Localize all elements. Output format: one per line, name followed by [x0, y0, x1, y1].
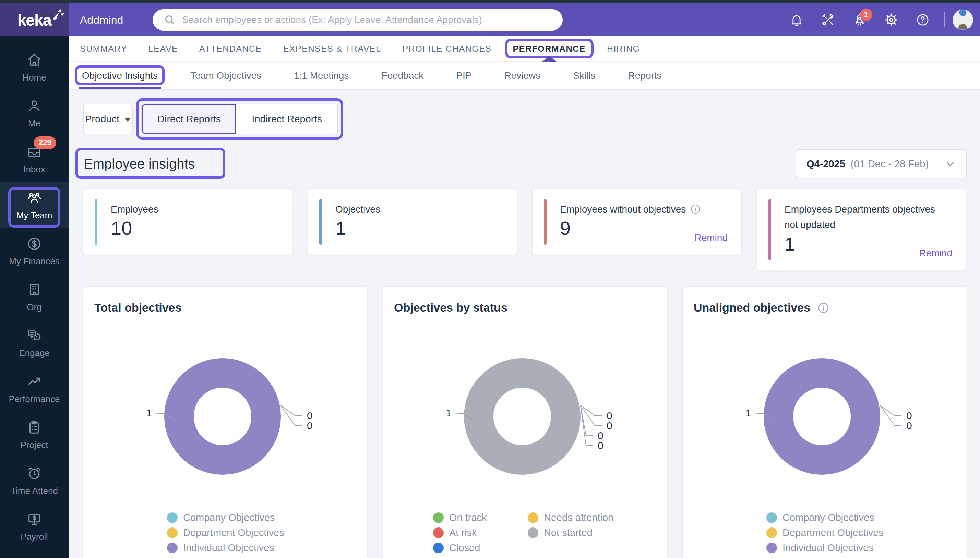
chevron-down-icon: [944, 158, 956, 170]
subtab-reports[interactable]: Reports: [628, 62, 662, 89]
donut-callout-value: 1: [745, 407, 751, 419]
legend-item[interactable]: Department Objectives: [766, 525, 884, 540]
legend-item[interactable]: At risk: [433, 525, 528, 540]
legend-label: Department Objectives: [183, 527, 284, 538]
remind-link[interactable]: Remind: [695, 232, 728, 243]
app-window: keka Addmind: [0, 0, 980, 558]
alarm-clock-icon: [26, 466, 42, 481]
sidebar-item-my-finances[interactable]: My Finances: [0, 228, 69, 274]
search-input[interactable]: [182, 15, 552, 25]
remind-link[interactable]: Remind: [919, 248, 952, 259]
sidebar-item-me[interactable]: Me: [0, 90, 69, 136]
period-label: Q4-2025: [806, 158, 845, 170]
header-icon-group: 1: [789, 3, 930, 36]
info-icon[interactable]: [817, 302, 829, 314]
legend-label: Individual Objectives: [183, 542, 274, 553]
keka-spark-icon: [52, 8, 64, 21]
tab-attendance[interactable]: ATTENDANCE: [199, 36, 262, 61]
sidebar-item-label: Home: [22, 72, 46, 83]
help-icon[interactable]: [916, 13, 930, 27]
subtab-objective-insights[interactable]: Objective Insights: [82, 62, 158, 89]
sidebar-item-inbox[interactable]: Inbox 229: [0, 136, 69, 182]
building-icon: [26, 282, 42, 297]
sidebar-item-my-team[interactable]: My Team: [0, 182, 69, 228]
sidebar-item-project[interactable]: Project: [0, 412, 69, 458]
tab-expenses-travel[interactable]: EXPENSES & TRAVEL: [283, 36, 381, 61]
subtab-1-1-meetings[interactable]: 1:1 Meetings: [294, 62, 349, 89]
legend-dot: [433, 543, 444, 553]
donut-ring[interactable]: [179, 373, 266, 460]
sidebar-item-engage[interactable]: Engage: [0, 320, 69, 366]
chart-legend: Company ObjectivesDepartment ObjectivesI…: [167, 510, 284, 555]
legend-item[interactable]: Closed: [433, 540, 528, 555]
sidebar-item-payroll[interactable]: Payroll: [0, 504, 69, 550]
quarter-period-dropdown[interactable]: Q4-2025 (01 Dec - 28 Feb): [796, 149, 967, 178]
sidebar-item-label: Me: [28, 118, 41, 129]
tab-performance[interactable]: PERFORMANCE: [513, 36, 586, 61]
filter-row: Product Direct Reports Indirect Reports: [83, 103, 967, 135]
rocket-badge: 1: [860, 8, 872, 21]
period-range: (01 Dec - 28 Feb): [851, 158, 929, 170]
subtab-reviews[interactable]: Reviews: [504, 62, 540, 89]
donut-callout-value: 0: [906, 420, 912, 431]
legend-item[interactable]: Company Objectives: [766, 510, 884, 525]
payroll-monitor-icon: [26, 511, 42, 527]
legend-dot: [766, 512, 777, 523]
donut-chart-total-objectives: 100: [83, 319, 368, 484]
sidebar-item-label: Project: [21, 440, 48, 450]
stat-value: 10: [111, 217, 132, 239]
product-filter-dropdown[interactable]: Product: [83, 103, 133, 135]
sidebar-item-org[interactable]: Org: [0, 274, 69, 320]
chart-title: Unaligned objectives: [694, 301, 829, 314]
legend-item[interactable]: Individual Objectives: [167, 540, 284, 555]
accent-bar: [768, 199, 771, 260]
home-icon: [26, 52, 42, 68]
reports-segmented-control: Direct Reports Indirect Reports: [141, 103, 338, 135]
legend-item[interactable]: Individual Objectives: [766, 540, 884, 555]
admin-tools-icon[interactable]: [821, 13, 835, 27]
donut-callout-value: 0: [598, 440, 603, 451]
stat-card-employees[interactable]: Employees 10: [83, 189, 293, 255]
tab-hiring[interactable]: HIRING: [607, 36, 640, 61]
tab-summary[interactable]: SUMMARY: [80, 36, 127, 61]
legend-item[interactable]: Needs attention: [528, 510, 622, 525]
whats-new-rocket-icon[interactable]: 1: [852, 13, 867, 27]
sidebar-item-label: Time Attend: [11, 486, 58, 496]
org-name: Addmind: [80, 3, 123, 36]
tab-leave[interactable]: LEAVE: [148, 36, 178, 61]
legend-item[interactable]: Not started: [528, 525, 622, 540]
legend-label: Department Objectives: [783, 527, 884, 538]
legend-item[interactable]: Department Objectives: [167, 525, 284, 540]
global-search[interactable]: [153, 9, 563, 31]
settings-gear-icon[interactable]: [884, 13, 898, 27]
legend-label: On track: [449, 512, 487, 524]
info-icon[interactable]: [690, 204, 701, 215]
direct-reports-segment[interactable]: Direct Reports: [142, 104, 236, 134]
legend-item[interactable]: Company Objectives: [167, 510, 284, 525]
user-icon: [26, 98, 42, 114]
subtab-team-objectives[interactable]: Team Objectives: [190, 62, 261, 89]
user-avatar[interactable]: [952, 10, 973, 30]
sidebar-item-time-attend[interactable]: Time Attend: [0, 458, 69, 504]
donut-ring[interactable]: [778, 373, 865, 460]
subtab-pip[interactable]: PIP: [456, 62, 472, 89]
chart-card-objectives-by-status: Objectives by status 10000 On trackAt ri…: [383, 286, 667, 558]
sidebar-item-label: Org: [27, 302, 41, 313]
legend-label: Company Objectives: [783, 512, 875, 524]
stat-card-departments-objectives-not-updated[interactable]: Employees Departments objectives not upd…: [757, 189, 966, 271]
sidebar-item-home[interactable]: Home: [0, 44, 69, 90]
legend-item[interactable]: On track: [433, 510, 528, 525]
tab-profile-changes[interactable]: PROFILE CHANGES: [403, 36, 492, 61]
subtab-skills[interactable]: Skills: [573, 62, 595, 89]
stat-label: Objectives: [335, 202, 404, 217]
stat-card-employees-without-objectives[interactable]: Employees without objectives 9 Remind: [532, 189, 742, 255]
section-header-row: Employee insights Q4-2025 (01 Dec - 28 F…: [83, 149, 967, 178]
sidebar-item-performance[interactable]: Performance: [0, 366, 69, 412]
donut-chart-unaligned-objectives: 100: [683, 319, 967, 484]
subtab-feedback[interactable]: Feedback: [381, 62, 423, 89]
keka-logo[interactable]: keka: [0, 3, 69, 36]
donut-ring[interactable]: [478, 373, 566, 460]
indirect-reports-segment[interactable]: Indirect Reports: [236, 104, 337, 134]
stat-card-objectives[interactable]: Objectives 1: [307, 189, 517, 255]
notifications-bell-icon[interactable]: [789, 13, 804, 27]
